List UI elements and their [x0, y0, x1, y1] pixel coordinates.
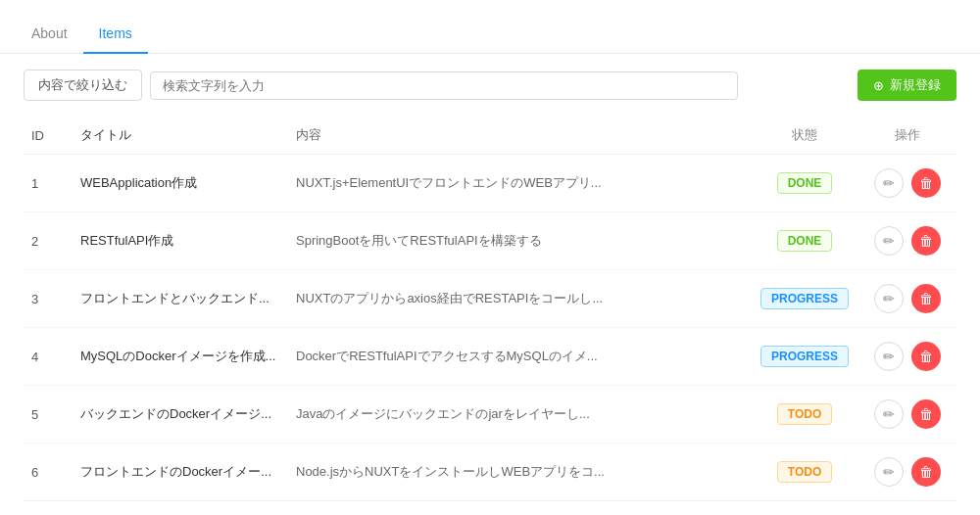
cell-id: 1 [24, 155, 73, 212]
new-register-label: 新規登録 [890, 76, 941, 94]
table-body: 1 WEBApplication作成 NUXT.js+ElementUIでフロン… [24, 155, 956, 501]
status-badge: TODO [777, 403, 832, 425]
plus-icon: ⊕ [873, 78, 884, 93]
trash-icon: 🗑 [919, 349, 933, 364]
trash-icon: 🗑 [919, 233, 933, 249]
cell-title: WEBApplication作成 [73, 155, 288, 212]
cell-action: ✏ 🗑 [858, 386, 956, 444]
delete-button[interactable]: 🗑 [911, 284, 941, 313]
status-badge: PROGRESS [760, 288, 849, 309]
cell-action: ✏ 🗑 [858, 270, 956, 328]
cell-content: SpringBootを用いてRESTfulAPIを構築する [288, 212, 751, 270]
cell-content: NUXT.js+ElementUIでフロントエンドのWEBアプリ... [288, 155, 751, 212]
cell-action: ✏ 🗑 [858, 328, 956, 386]
edit-icon: ✏ [883, 464, 895, 480]
cell-content: Node.jsからNUXTをインストールしWEBアプリをコ... [288, 444, 751, 501]
cell-action: ✏ 🗑 [858, 444, 956, 501]
items-table-wrap: ID タイトル 内容 状態 操作 1 WEBApplication作成 NUXT… [0, 117, 980, 501]
edit-button[interactable]: ✏ [874, 399, 904, 429]
col-header-status: 状態 [751, 117, 858, 155]
cell-id: 2 [24, 212, 73, 270]
trash-icon: 🗑 [919, 291, 933, 306]
delete-button[interactable]: 🗑 [911, 399, 941, 429]
col-header-title: タイトル [73, 117, 288, 155]
table-row: 5 バックエンドのDockerイメージ... Javaのイメージにバックエンドの… [24, 386, 956, 444]
trash-icon: 🗑 [919, 175, 933, 191]
col-header-content: 内容 [288, 117, 751, 155]
cell-status: PROGRESS [751, 270, 858, 328]
cell-id: 6 [24, 444, 73, 501]
cell-status: TODO [751, 444, 858, 501]
status-badge: DONE [777, 230, 833, 252]
status-badge: PROGRESS [760, 346, 849, 367]
status-badge: DONE [777, 172, 833, 194]
edit-icon: ✏ [883, 291, 895, 306]
cell-content: DockerでRESTfulAPIでアクセスするMySQLのイメ... [288, 328, 751, 386]
trash-icon: 🗑 [919, 464, 933, 480]
edit-icon: ✏ [883, 233, 895, 249]
col-header-id: ID [24, 117, 73, 155]
cell-title: RESTfulAPI作成 [73, 212, 288, 270]
cell-id: 4 [24, 328, 73, 386]
items-table: ID タイトル 内容 状態 操作 1 WEBApplication作成 NUXT… [24, 117, 956, 501]
trash-icon: 🗑 [919, 406, 933, 422]
edit-button[interactable]: ✏ [874, 342, 904, 371]
cell-status: DONE [751, 155, 858, 212]
delete-button[interactable]: 🗑 [911, 342, 941, 371]
edit-icon: ✏ [883, 349, 895, 364]
new-register-button[interactable]: ⊕ 新規登録 [858, 70, 956, 101]
table-row: 3 フロントエンドとバックエンド... NUXTのアプリからaxios経由でRE… [24, 270, 956, 328]
edit-icon: ✏ [883, 175, 895, 191]
cell-content: NUXTのアプリからaxios経由でRESTAPIをコールし... [288, 270, 751, 328]
table-row: 6 フロントエンドのDockerイメー... Node.jsからNUXTをインス… [24, 444, 956, 501]
delete-button[interactable]: 🗑 [911, 226, 941, 256]
delete-button[interactable]: 🗑 [911, 457, 941, 487]
status-badge: TODO [777, 461, 832, 483]
col-header-action: 操作 [858, 117, 956, 155]
cell-status: TODO [751, 386, 858, 444]
search-input[interactable] [150, 71, 738, 100]
edit-button[interactable]: ✏ [874, 457, 904, 487]
table-row: 4 MySQLのDockerイメージを作成... DockerでRESTfulA… [24, 328, 956, 386]
cell-title: バックエンドのDockerイメージ... [73, 386, 288, 444]
edit-button[interactable]: ✏ [874, 284, 904, 313]
cell-title: MySQLのDockerイメージを作成... [73, 328, 288, 386]
cell-status: PROGRESS [751, 328, 858, 386]
cell-id: 5 [24, 386, 73, 444]
cell-content: Javaのイメージにバックエンドのjarをレイヤーし... [288, 386, 751, 444]
toolbar: 内容で絞り込む ⊕ 新規登録 [0, 54, 980, 117]
cell-action: ✏ 🗑 [858, 212, 956, 270]
cell-id: 3 [24, 270, 73, 328]
cell-title: フロントエンドとバックエンド... [73, 270, 288, 328]
table-row: 1 WEBApplication作成 NUXT.js+ElementUIでフロン… [24, 155, 956, 212]
table-header: ID タイトル 内容 状態 操作 [24, 117, 956, 155]
delete-button[interactable]: 🗑 [911, 168, 941, 198]
tab-items[interactable]: Items [83, 25, 148, 53]
edit-icon: ✏ [883, 406, 895, 422]
filter-button[interactable]: 内容で絞り込む [24, 70, 142, 101]
edit-button[interactable]: ✏ [874, 168, 904, 198]
edit-button[interactable]: ✏ [874, 226, 904, 256]
cell-action: ✏ 🗑 [858, 155, 956, 212]
tab-bar: About Items [0, 0, 980, 54]
cell-title: フロントエンドのDockerイメー... [73, 444, 288, 501]
cell-status: DONE [751, 212, 858, 270]
tab-about[interactable]: About [16, 25, 83, 53]
table-row: 2 RESTfulAPI作成 SpringBootを用いてRESTfulAPIを… [24, 212, 956, 270]
